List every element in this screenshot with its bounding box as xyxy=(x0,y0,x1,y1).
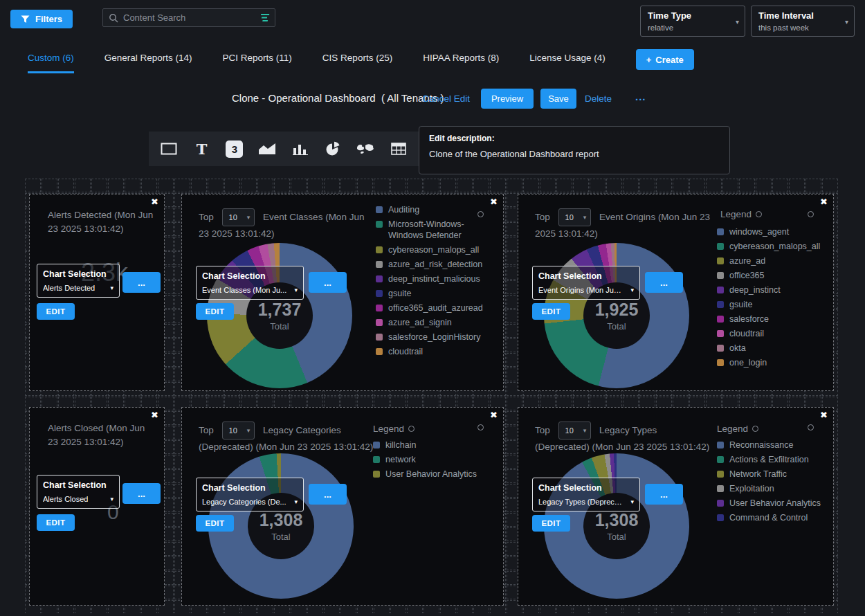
legend-item[interactable]: deep_instinct xyxy=(717,284,826,296)
widget-edit-button[interactable]: EDIT xyxy=(37,514,75,531)
legend-info-icon[interactable] xyxy=(756,211,762,217)
widget-edit-button[interactable]: EDIT xyxy=(37,303,75,320)
edit-description-field[interactable]: Edit description: Clone of the Operation… xyxy=(419,126,730,174)
tab-pci-reports[interactable]: PCI Reports (11) xyxy=(223,53,292,71)
legend-swatch xyxy=(376,334,383,341)
area-chart-widget-icon[interactable] xyxy=(255,136,280,161)
widget-title: Alerts Closed (Mon Jun 23 2025 13:01:42) xyxy=(30,408,164,449)
tab-cis-reports[interactable]: CIS Reports (25) xyxy=(322,53,392,71)
legend-item[interactable]: gsuite xyxy=(717,299,826,310)
legend-header: Legend xyxy=(717,424,758,434)
legend-item[interactable]: Actions & Exfiltration xyxy=(717,454,826,465)
grid-cell xyxy=(789,179,805,192)
tab-custom[interactable]: Custom (6) xyxy=(28,53,74,73)
close-icon[interactable]: ✖ xyxy=(151,410,158,420)
top-n-select[interactable]: 10 ▾ xyxy=(222,208,255,226)
legend-item[interactable]: office365 xyxy=(717,270,826,281)
legend-toggle-icon[interactable] xyxy=(477,211,484,217)
grid-cell xyxy=(440,179,456,192)
widget-more-button[interactable]: ... xyxy=(645,484,683,505)
legend-swatch xyxy=(376,246,383,253)
number-widget-icon[interactable]: 3 xyxy=(222,136,247,161)
legend-item[interactable]: salesforce_LoginHistory xyxy=(376,332,498,343)
more-actions-link[interactable]: ... xyxy=(635,91,646,102)
chart-selection-dropdown[interactable]: Alerts Detected ▾ xyxy=(43,284,113,292)
widget-more-button[interactable]: ... xyxy=(122,483,161,504)
close-icon[interactable]: ✖ xyxy=(490,410,498,420)
legend-item[interactable]: killchain xyxy=(373,440,494,451)
bar-chart-widget-icon[interactable] xyxy=(288,136,313,161)
search-input[interactable] xyxy=(123,12,253,23)
top-n-select[interactable]: 10 ▾ xyxy=(558,422,592,440)
widget-more-button[interactable]: ... xyxy=(122,272,161,293)
time-interval-select[interactable]: Time Interval this past week ▾ xyxy=(751,6,855,37)
legend-item[interactable]: office365_audit_azuread xyxy=(376,302,498,314)
chart-selection-dropdown[interactable]: Event Classes (Mon Ju... ▾ xyxy=(202,286,298,294)
legend-item[interactable]: gsuite xyxy=(376,288,498,299)
legend-item[interactable]: Microsoft-Windows-Windows Defender xyxy=(376,219,498,241)
text-widget-icon[interactable]: T xyxy=(190,136,215,161)
legend-item[interactable]: network xyxy=(373,454,494,465)
grid-cell xyxy=(357,179,373,192)
legend-item[interactable]: azure_ad_signin xyxy=(376,317,498,328)
legend-item[interactable]: windows_agent xyxy=(717,226,826,237)
top-n-select[interactable]: 10 ▾ xyxy=(222,422,255,440)
legend-toggle-icon[interactable] xyxy=(808,211,814,217)
legend-item[interactable]: cybereason_malops_all xyxy=(376,244,498,255)
legend-item[interactable]: cybereason_malops_all xyxy=(717,241,826,252)
world-map-widget-icon[interactable] xyxy=(353,136,378,161)
legend-item[interactable]: Exploitation xyxy=(717,483,826,494)
delete-link[interactable]: Delete xyxy=(585,93,612,104)
legend-item[interactable]: salesforce xyxy=(717,314,826,325)
legend-item[interactable]: User Behavior Analytics xyxy=(373,469,494,480)
create-button[interactable]: + Create xyxy=(636,49,694,70)
advanced-filter-icon[interactable] xyxy=(257,13,270,22)
rectangle-widget-icon[interactable] xyxy=(156,136,181,161)
widget-edit-button[interactable]: EDIT xyxy=(532,515,570,532)
legend-item[interactable]: Command & Control xyxy=(717,512,826,523)
legend-item[interactable]: Reconnaissance xyxy=(717,440,826,451)
tab-general-reports[interactable]: General Reports (14) xyxy=(104,53,192,71)
legend-item[interactable]: okta xyxy=(717,343,826,354)
chart-selection-dropdown[interactable]: Event Origins (Mon Jun... ▾ xyxy=(538,286,634,294)
legend-info-icon[interactable] xyxy=(752,426,758,432)
close-icon[interactable]: ✖ xyxy=(820,197,828,207)
preview-button[interactable]: Preview xyxy=(481,89,534,109)
top-n-select[interactable]: 10 ▾ xyxy=(558,208,592,226)
widget-more-button[interactable]: ... xyxy=(309,272,347,293)
chart-selection-dropdown[interactable]: Legacy Categories (De... ▾ xyxy=(202,498,298,506)
legend-toggle-icon[interactable] xyxy=(808,424,814,431)
pie-chart-widget-icon[interactable] xyxy=(320,136,345,161)
grid-cell xyxy=(224,179,240,192)
close-icon[interactable]: ✖ xyxy=(490,197,498,207)
close-icon[interactable]: ✖ xyxy=(151,197,158,207)
time-type-select[interactable]: Time Type relative ▾ xyxy=(640,6,745,37)
widget-more-button[interactable]: ... xyxy=(309,484,347,505)
chart-selection-dropdown[interactable]: Alerts Closed ▾ xyxy=(43,495,113,503)
legend-item[interactable]: cloudtrail xyxy=(376,346,498,357)
tab-hipaa-reports[interactable]: HIPAA Reports (8) xyxy=(423,53,499,71)
legend-item[interactable]: azure_ad_risk_detection xyxy=(376,259,498,270)
legend-item[interactable]: User Behavior Analytics xyxy=(717,498,826,509)
chart-selection-dropdown[interactable]: Legacy Types (Depreca... ▾ xyxy=(538,498,634,506)
close-icon[interactable]: ✖ xyxy=(820,410,828,420)
grid-cell xyxy=(507,179,522,192)
legend-item[interactable]: deep_instinct_malicious xyxy=(376,273,498,284)
legend-item[interactable]: azure_ad xyxy=(717,255,826,266)
legend-item[interactable]: cloudtrail xyxy=(717,328,826,339)
save-button[interactable]: Save xyxy=(540,89,576,109)
legend-label: cloudtrail xyxy=(388,346,423,357)
table-widget-icon[interactable] xyxy=(386,136,411,161)
widget-more-button[interactable]: ... xyxy=(645,272,683,293)
legend-toggle-icon[interactable] xyxy=(477,424,484,431)
legend-header: Legend xyxy=(720,209,762,219)
widget-edit-button[interactable]: EDIT xyxy=(196,515,234,532)
widget-edit-button[interactable]: EDIT xyxy=(532,303,570,320)
widget-edit-button[interactable]: EDIT xyxy=(196,303,234,320)
tab-license-usage[interactable]: License Usage (4) xyxy=(529,53,606,71)
legend-info-icon[interactable] xyxy=(408,426,415,432)
legend-item[interactable]: one_login xyxy=(717,357,826,368)
legend-item[interactable]: Network Traffic xyxy=(717,469,826,480)
cancel-edit-link[interactable]: Cancel Edit xyxy=(422,93,470,104)
filters-button[interactable]: Filters xyxy=(10,10,73,28)
